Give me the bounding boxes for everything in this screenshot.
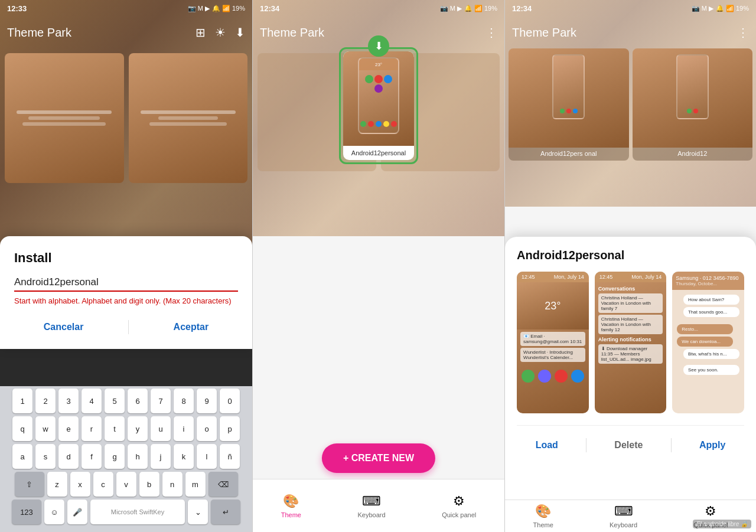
featured-theme-card[interactable]: 23° [343, 51, 414, 160]
detail-preview-notifications[interactable]: 12:45Mon, July 14 Conversations Christin… [595, 272, 667, 413]
panel1-status-icons: 📷 M ▶ 🔔 📶 19% [188, 5, 245, 12]
load-button[interactable]: Load [526, 435, 568, 455]
panel2-status-bar: 12:34 📷 M ▶ 🔔 📶 19% [253, 0, 504, 17]
keyboard: 1 2 3 4 5 6 7 8 9 0 q w e r t y u i o p … [0, 386, 252, 532]
detail-preview-home[interactable]: 12:45Mon, July 14 23° 📧 Email · samsung@… [517, 272, 589, 413]
panel3-menu-icon[interactable]: ⋮ [737, 25, 749, 40]
kb-key-f[interactable]: f [82, 444, 102, 469]
kb-key-n[interactable]: n [162, 472, 183, 497]
panel2-time: 12:34 [260, 4, 279, 13]
kb-key-7[interactable]: 7 [151, 389, 171, 413]
detail-preview-home-inner: 12:45Mon, July 14 23° 📧 Email · samsung@… [517, 272, 589, 413]
cancel-button[interactable]: Cancelar [30, 317, 98, 337]
panel2-theme-selection: 12:34 📷 M ▶ 🔔 📶 19% Theme Park ⋮ ⬇ 23° [252, 0, 504, 532]
download-indicator: ⬇ [368, 35, 389, 57]
kb-key-l[interactable]: l [197, 444, 217, 469]
nav-item-quickpanel[interactable]: ⚙ Quick panel [442, 494, 476, 518]
panel1-app-icons: ⊞ ☀ ⬇ [195, 25, 245, 40]
bg-phone-2-inner [129, 53, 248, 183]
kb-key-mic[interactable]: 🎤 [67, 500, 87, 524]
kb-key-t[interactable]: t [105, 416, 125, 441]
chat-msg-1: How about Sam? [683, 295, 739, 305]
detail-preview-chat-inner: Samsung · 012 3456-7890 Thursday, Octobe… [672, 272, 744, 413]
detail-preview-notif-inner: 12:45Mon, July 14 Conversations Christin… [595, 272, 667, 413]
kb-key-u[interactable]: u [151, 416, 171, 441]
kb-row-qwerty: q w e r t y u i o p [0, 416, 252, 441]
install-name-input[interactable] [14, 276, 238, 288]
download-icon[interactable]: ⬇ [235, 25, 245, 40]
kb-key-b[interactable]: b [139, 472, 159, 497]
kb-key-shift[interactable]: ⇧ [15, 472, 44, 497]
kb-key-p[interactable]: p [220, 416, 240, 441]
kb-key-q[interactable]: q [12, 416, 32, 441]
delete-button[interactable]: Delete [605, 435, 652, 455]
kb-key-g[interactable]: g [105, 444, 125, 469]
kb-key-a[interactable]: a [12, 444, 32, 469]
p3-nav-theme[interactable]: 🎨 Theme [533, 504, 553, 528]
kb-key-enter[interactable]: ↵ [211, 500, 240, 524]
p3-theme-card-2[interactable]: Android12 [633, 48, 753, 161]
kb-key-c[interactable]: c [93, 472, 113, 497]
kb-key-n-tilde[interactable]: ñ [220, 444, 240, 469]
kb-key-4[interactable]: 4 [82, 389, 102, 413]
panel2-menu-icon[interactable]: ⋮ [485, 25, 497, 40]
detail-preview-chat[interactable]: Samsung · 012 3456-7890 Thursday, Octobe… [672, 272, 744, 413]
kb-key-123[interactable]: 123 [12, 500, 41, 524]
panel3-status-icons: 📷 M ▶ 🔔 📶 19% [692, 5, 749, 12]
kb-key-emoji[interactable]: ☺ [44, 500, 64, 524]
p2-notif-bar: 12:45Mon, July 14 [595, 272, 667, 282]
preview-notif-list: 📧 Email · samsung@gmail.com 10:31 Wunder… [517, 329, 589, 366]
kb-key-space[interactable]: Microsoft SwiftKey [90, 500, 185, 524]
kb-key-j[interactable]: j [151, 444, 171, 469]
panel1-time: 12:33 [7, 4, 27, 13]
featured-theme-wrap[interactable]: 23° [339, 47, 418, 164]
kb-key-z[interactable]: z [47, 472, 67, 497]
panel3-app-title: Theme Park [512, 26, 737, 40]
kb-key-d[interactable]: d [58, 444, 79, 469]
actions-divider-2 [671, 438, 672, 452]
kb-key-r[interactable]: r [82, 416, 102, 441]
brightness-icon[interactable]: ☀ [215, 25, 226, 40]
accept-button[interactable]: Aceptar [159, 317, 223, 337]
kb-key-s[interactable]: s [35, 444, 56, 469]
nav-item-keyboard[interactable]: ⌨ Keyboard [358, 494, 386, 518]
kb-key-m[interactable]: m [185, 472, 206, 497]
kb-key-1[interactable]: 1 [12, 389, 32, 413]
kb-key-k[interactable]: k [174, 444, 194, 469]
p2-notification-icons: 📷 M ▶ [440, 5, 462, 12]
kb-key-5[interactable]: 5 [105, 389, 125, 413]
kb-key-0[interactable]: 0 [220, 389, 240, 413]
panel3-time: 12:34 [512, 4, 532, 13]
p3-nav-keyboard[interactable]: ⌨ Keyboard [610, 504, 637, 528]
alert-notif-1: ⬇ Download manager 11:35 — Members list_… [598, 344, 663, 364]
signal-icons: 🔔 📶 19% [212, 5, 245, 12]
kb-key-i[interactable]: i [174, 416, 194, 441]
kb-key-v[interactable]: v [116, 472, 136, 497]
kb-key-w[interactable]: w [35, 416, 56, 441]
notification-icons: 📷 M ▶ [188, 5, 210, 12]
kb-key-2[interactable]: 2 [35, 389, 56, 413]
grid-icon[interactable]: ⊞ [195, 25, 206, 40]
phone-dock-icons [359, 121, 398, 127]
kb-key-chevron-down[interactable]: ⌄ [188, 500, 208, 524]
p3-card-img-2 [633, 48, 753, 148]
kb-key-backspace[interactable]: ⌫ [208, 472, 238, 497]
create-new-button[interactable]: + CREATE NEW [322, 443, 435, 473]
kb-key-8[interactable]: 8 [174, 389, 194, 413]
kb-key-y[interactable]: y [128, 416, 148, 441]
install-dialog-title: Install [14, 250, 238, 266]
p3-theme-card-1[interactable]: Android12pers onal [509, 48, 629, 161]
apply-button[interactable]: Apply [690, 435, 735, 455]
p2-signal-icons: 🔔 📶 19% [464, 5, 497, 12]
kb-key-3[interactable]: 3 [58, 389, 79, 413]
theme-phone-mockup: 23° [358, 57, 399, 134]
panel3-app-bar: Theme Park ⋮ [505, 17, 756, 48]
kb-key-x[interactable]: x [70, 472, 90, 497]
kb-key-h[interactable]: h [128, 444, 148, 469]
kb-key-e[interactable]: e [58, 416, 79, 441]
nav-item-theme[interactable]: 🎨 Theme [281, 494, 301, 518]
kb-key-o[interactable]: o [197, 416, 217, 441]
kb-key-9[interactable]: 9 [197, 389, 217, 413]
p3-quickpanel-icon: ⚙ [705, 504, 716, 519]
kb-key-6[interactable]: 6 [128, 389, 148, 413]
